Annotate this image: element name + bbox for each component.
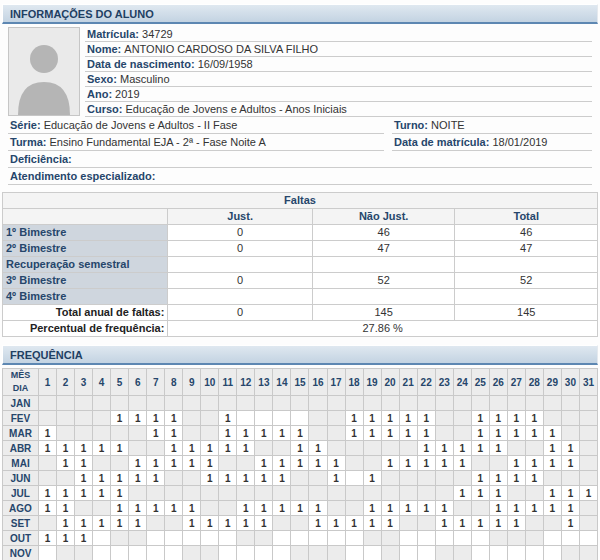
freq-cell: 1	[561, 486, 579, 501]
freq-cell	[327, 546, 345, 560]
faltas-value-cell: 0	[168, 241, 312, 257]
freq-cell	[543, 516, 561, 531]
freq-cell	[345, 546, 363, 560]
freq-cell	[543, 531, 561, 546]
freq-cell	[93, 456, 111, 471]
freq-cell	[489, 531, 507, 546]
freq-cell	[399, 546, 417, 560]
freq-cell	[363, 531, 381, 546]
freq-cell: 1	[165, 411, 183, 426]
freq-cell	[435, 531, 453, 546]
freq-cell	[237, 486, 255, 501]
freq-day-header: 14	[273, 369, 291, 396]
freq-cell: 1	[417, 411, 435, 426]
freq-cell	[255, 411, 273, 426]
freq-cell	[417, 486, 435, 501]
freq-cell: 1	[111, 411, 129, 426]
freq-cell	[129, 531, 147, 546]
freq-month-label: JAN	[3, 396, 39, 411]
freq-cell	[237, 546, 255, 560]
freq-day-header: 24	[453, 369, 471, 396]
freq-cell: 1	[507, 411, 525, 426]
freq-cell	[165, 531, 183, 546]
faltas-title: Faltas	[3, 193, 598, 209]
freq-cell: 1	[219, 441, 237, 456]
freq-cell	[543, 471, 561, 486]
freq-cell	[579, 396, 597, 411]
info-field-row: Sexo: Masculino	[85, 72, 592, 87]
freq-cell: 1	[453, 516, 471, 531]
freq-cell	[381, 486, 399, 501]
faltas-row: 2º Bimestre04747	[3, 241, 598, 257]
freq-cell	[255, 441, 273, 456]
freq-cell: 1	[471, 486, 489, 501]
faltas-row-label: 2º Bimestre	[3, 241, 168, 257]
freq-cell: 1	[525, 411, 543, 426]
freq-cell	[111, 396, 129, 411]
freq-cell: 1	[363, 471, 381, 486]
freq-cell: 1	[93, 471, 111, 486]
freq-cell: 1	[345, 516, 363, 531]
freq-day-header: 31	[579, 369, 597, 396]
freq-cell: 1	[201, 516, 219, 531]
freq-cell	[165, 546, 183, 560]
freq-cell	[507, 531, 525, 546]
freq-cell	[183, 471, 201, 486]
freq-cell: 1	[543, 441, 561, 456]
freq-cell: 1	[543, 426, 561, 441]
freq-cell	[381, 546, 399, 560]
freq-cell: 1	[489, 426, 507, 441]
freq-day-header: 23	[435, 369, 453, 396]
field-label: Matrícula:	[87, 28, 139, 40]
freq-cell: 1	[453, 441, 471, 456]
freq-cell: 1	[183, 456, 201, 471]
freq-cell: 1	[507, 471, 525, 486]
field-value: Educação de Jovens e Adultos - Anos Inic…	[122, 103, 346, 115]
freq-cell: 1	[201, 441, 219, 456]
freq-cell	[435, 546, 453, 560]
freq-cell	[255, 396, 273, 411]
field-label: Data de matrícula:	[394, 136, 489, 148]
freq-cell	[453, 396, 471, 411]
freq-cell: 1	[237, 501, 255, 516]
freq-cell	[399, 486, 417, 501]
freq-cell	[273, 516, 291, 531]
freq-cell	[129, 396, 147, 411]
freq-cell	[399, 531, 417, 546]
freq-month-label: ABR	[3, 441, 39, 456]
freq-month-label: OUT	[3, 531, 39, 546]
freq-cell	[237, 456, 255, 471]
freq-cell	[417, 546, 435, 560]
freq-cell: 1	[75, 486, 93, 501]
freq-cell: 1	[489, 501, 507, 516]
freq-cell: 1	[255, 501, 273, 516]
freq-cell	[327, 486, 345, 501]
freq-cell: 1	[75, 441, 93, 456]
freq-cell: 1	[471, 426, 489, 441]
freq-cell	[93, 546, 111, 560]
freq-cell: 1	[237, 426, 255, 441]
freq-cell: 1	[453, 486, 471, 501]
freq-cell	[75, 426, 93, 441]
freq-cell	[345, 501, 363, 516]
freq-cell	[309, 546, 327, 560]
freq-cell	[525, 486, 543, 501]
freq-cell	[579, 531, 597, 546]
freq-cell	[291, 516, 309, 531]
freq-cell	[165, 516, 183, 531]
field-label: Nome:	[87, 43, 121, 55]
freq-cell	[111, 531, 129, 546]
freq-cell	[273, 546, 291, 560]
freq-cell: 1	[255, 471, 273, 486]
faltas-total-value: 0	[168, 305, 312, 321]
freq-cell	[489, 396, 507, 411]
field-value: ANTONIO CARDOSO DA SILVA FILHO	[121, 43, 318, 55]
faltas-value-cell: 46	[312, 225, 455, 241]
freq-cell: 1	[219, 411, 237, 426]
freq-cell	[435, 426, 453, 441]
detail-cell: Turma: Ensino Fundamental EJA - 2ª - Fas…	[8, 134, 384, 151]
freq-cell: 1	[147, 411, 165, 426]
freq-cell	[345, 486, 363, 501]
detail-row: Atendimento especializado:	[8, 168, 592, 185]
freq-day-header: 25	[471, 369, 489, 396]
